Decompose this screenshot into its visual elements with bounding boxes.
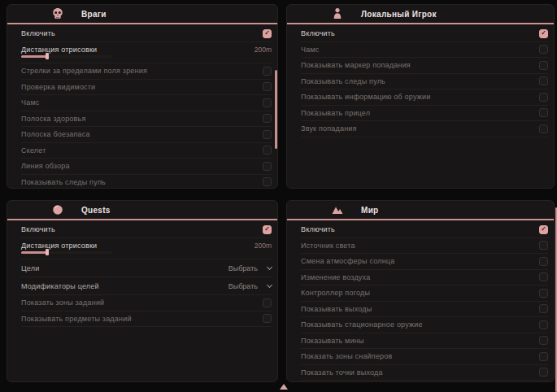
row-label: Цели xyxy=(21,264,39,272)
row-sniper-zones[interactable]: Показать зоны снайперов xyxy=(301,349,548,365)
target-modifiers-dropdown[interactable]: Выбрать xyxy=(228,282,272,290)
dropdown-value: Выбрать xyxy=(228,282,258,290)
toggle-checkbox[interactable] xyxy=(539,108,548,117)
row-targets[interactable]: ЦелиВыбрать xyxy=(21,259,272,277)
chevron-down-icon xyxy=(267,264,272,269)
row-offscreen-arrows[interactable]: Стрелки за пределами поля зрения xyxy=(21,63,272,80)
row-target-modifiers[interactable]: Модификаторы целейВыбрать xyxy=(21,277,272,295)
row-label: Показывать прицел xyxy=(301,109,370,117)
row-label: Скелет xyxy=(21,146,46,155)
toggle-checkbox[interactable] xyxy=(539,93,548,102)
chevron-down-icon xyxy=(267,281,272,287)
row-render-distance: Дистанция отрисовки200m xyxy=(21,42,272,64)
toggle-checkbox[interactable] xyxy=(263,130,272,139)
row-sun-atmosphere[interactable]: Смена атмосферы солнца xyxy=(301,254,548,270)
row-quest-items[interactable]: Показывать предметы заданий xyxy=(21,311,272,328)
toggle-checkbox[interactable] xyxy=(539,368,548,377)
slider-fill xyxy=(21,251,47,254)
toggle-checkbox[interactable] xyxy=(263,98,272,107)
row-label: Показать зоны снайперов xyxy=(301,352,393,360)
toggle-checkbox[interactable] xyxy=(539,225,548,234)
toggle-checkbox[interactable] xyxy=(539,29,548,38)
row-label: Источник света xyxy=(301,242,355,250)
row-label: Смена атмосферы солнца xyxy=(301,257,394,265)
row-label: Полоска боезапаса xyxy=(21,130,90,138)
row-chams[interactable]: Чамс xyxy=(301,42,548,59)
row-weather-controller[interactable]: Контроллер погоды xyxy=(301,285,548,302)
row-enable[interactable]: Включить xyxy=(21,222,272,238)
row-hit-sound[interactable]: Звук попадания xyxy=(301,121,548,137)
row-exit-points[interactable]: Показать точки выхода xyxy=(301,365,548,381)
toggle-checkbox[interactable] xyxy=(539,45,548,54)
panel-local-player: Локальный ИгрокВключитьЧамсПоказывать ма… xyxy=(286,4,555,189)
panel-title: Локальный Игрок xyxy=(361,10,437,19)
toggle-checkbox[interactable] xyxy=(263,146,272,155)
toggle-checkbox[interactable] xyxy=(263,67,272,76)
row-weapon-info[interactable]: Показывать информацию об оружии xyxy=(301,89,548,106)
row-label: Показать зоны заданий xyxy=(21,298,104,307)
row-enable[interactable]: Включить xyxy=(301,222,548,238)
slider-label-line: Дистанция отрисовки200m xyxy=(21,242,272,250)
toggle-checkbox[interactable] xyxy=(539,76,548,85)
row-bullet-traces[interactable]: Показывать следы пуль xyxy=(21,175,272,189)
toggle-checkbox[interactable] xyxy=(539,61,548,70)
toggle-checkbox[interactable] xyxy=(263,225,272,234)
slider-label-line: Дистанция отрисовки200m xyxy=(21,46,272,54)
slider-handle[interactable] xyxy=(46,249,49,255)
row-enable[interactable]: Включить xyxy=(301,26,548,42)
toggle-checkbox[interactable] xyxy=(263,298,272,307)
row-quest-zones[interactable]: Показать зоны заданий xyxy=(21,295,272,311)
row-enable[interactable]: Включить xyxy=(21,26,272,42)
panel-title: Quests xyxy=(81,206,111,215)
row-mines[interactable]: Показывать мины xyxy=(301,333,548,350)
toggle-checkbox[interactable] xyxy=(263,314,272,323)
row-health-bar[interactable]: Полоска здоровья xyxy=(21,111,272,128)
row-exits[interactable]: Показывать выходы xyxy=(301,302,548,318)
toggle-checkbox[interactable] xyxy=(539,320,548,329)
dropdown-value: Выбрать xyxy=(228,264,258,272)
cursor-triangle-icon xyxy=(280,384,288,390)
toggle-checkbox[interactable] xyxy=(539,336,548,345)
row-line-of-sight[interactable]: Линия обзора xyxy=(21,159,272,175)
row-label: Показывать предметы заданий xyxy=(21,315,132,323)
toggle-checkbox[interactable] xyxy=(539,352,548,361)
row-hit-marker[interactable]: Показывать маркер попадания xyxy=(301,58,548,74)
targets-dropdown[interactable]: Выбрать xyxy=(228,264,272,272)
toggle-checkbox[interactable] xyxy=(263,162,272,171)
row-light-source[interactable]: Источник света xyxy=(301,238,548,255)
slider-handle[interactable] xyxy=(46,53,49,59)
render-distance-slider[interactable] xyxy=(21,55,112,58)
row-label: Полоска здоровья xyxy=(21,115,86,123)
row-bullet-traces[interactable]: Показывать следы пуль xyxy=(301,74,548,90)
row-skeleton[interactable]: Скелет xyxy=(21,143,272,159)
row-label: Контроллер погоды xyxy=(301,289,370,297)
skull-icon xyxy=(51,7,64,20)
panel-rows: ВключитьДистанция отрисовки200mЦелиВыбра… xyxy=(7,220,277,327)
panel-scrollbar-thumb[interactable] xyxy=(275,70,277,149)
row-label: Включить xyxy=(21,29,55,37)
row-label: Включить xyxy=(21,225,55,233)
toggle-checkbox[interactable] xyxy=(539,272,548,281)
row-render-distance: Дистанция отрисовки200m xyxy=(21,238,272,260)
slider-fill xyxy=(21,55,47,58)
row-label: Чамс xyxy=(301,46,320,54)
toggle-checkbox[interactable] xyxy=(539,124,548,133)
toggle-checkbox[interactable] xyxy=(263,29,272,38)
row-stationary-weapons[interactable]: Показывать стационарное оружие xyxy=(301,317,548,333)
row-visibility-check[interactable]: Проверка видимости xyxy=(21,80,272,96)
panel-rows: ВключитьДистанция отрисовки200mСтрелки з… xyxy=(7,24,277,189)
row-chams[interactable]: Чамс xyxy=(21,95,272,111)
render-distance-slider[interactable] xyxy=(21,251,112,254)
toggle-checkbox[interactable] xyxy=(539,241,548,250)
panel-enemies: ВрагиВключитьДистанция отрисовки200mСтре… xyxy=(7,4,278,189)
row-label: Показывать информацию об оружии xyxy=(301,93,430,101)
row-air-change[interactable]: Изменение воздуха xyxy=(301,270,548,286)
toggle-checkbox[interactable] xyxy=(539,304,548,313)
toggle-checkbox[interactable] xyxy=(263,177,272,186)
toggle-checkbox[interactable] xyxy=(263,114,272,123)
toggle-checkbox[interactable] xyxy=(539,257,548,266)
toggle-checkbox[interactable] xyxy=(539,289,548,298)
toggle-checkbox[interactable] xyxy=(263,82,272,91)
row-crosshair[interactable]: Показывать прицел xyxy=(301,106,548,122)
row-ammo-bar[interactable]: Полоска боезапаса xyxy=(21,127,272,143)
